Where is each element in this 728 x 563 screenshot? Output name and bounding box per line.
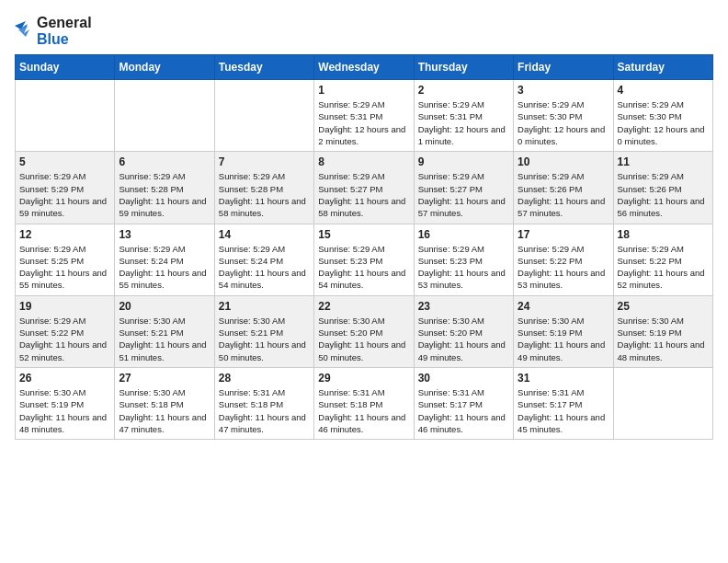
day-info: Sunrise: 5:29 AMSunset: 5:26 PMDaylight:… — [618, 170, 709, 219]
calendar-cell: 23 Sunrise: 5:30 AMSunset: 5:20 PMDaylig… — [414, 295, 513, 367]
weekday-header: Friday — [514, 55, 613, 80]
day-info: Sunrise: 5:29 AMSunset: 5:26 PMDaylight:… — [518, 170, 609, 219]
calendar-cell: 16 Sunrise: 5:29 AMSunset: 5:23 PMDaylig… — [414, 224, 513, 295]
day-number: 12 — [19, 228, 110, 241]
calendar-week-row: 19 Sunrise: 5:29 AMSunset: 5:22 PMDaylig… — [16, 295, 713, 367]
calendar-cell: 19 Sunrise: 5:29 AMSunset: 5:22 PMDaylig… — [16, 295, 115, 367]
calendar-cell: 14 Sunrise: 5:29 AMSunset: 5:24 PMDaylig… — [214, 224, 313, 295]
calendar-week-row: 1 Sunrise: 5:29 AMSunset: 5:31 PMDayligh… — [16, 80, 713, 152]
logo-container: General Blue — [15, 15, 92, 47]
day-info: Sunrise: 5:29 AMSunset: 5:31 PMDaylight:… — [318, 98, 409, 147]
calendar-cell: 25 Sunrise: 5:30 AMSunset: 5:19 PMDaylig… — [613, 295, 712, 367]
logo-graphic — [15, 17, 33, 46]
calendar-cell: 10 Sunrise: 5:29 AMSunset: 5:26 PMDaylig… — [514, 152, 613, 224]
weekday-header: Monday — [115, 55, 214, 80]
calendar-cell — [613, 367, 712, 439]
day-info: Sunrise: 5:29 AMSunset: 5:31 PMDaylight:… — [418, 98, 509, 147]
calendar-cell: 29 Sunrise: 5:31 AMSunset: 5:18 PMDaylig… — [314, 367, 414, 439]
calendar-cell — [115, 80, 214, 152]
day-number: 17 — [518, 228, 609, 241]
weekday-header: Thursday — [414, 55, 513, 80]
day-info: Sunrise: 5:30 AMSunset: 5:19 PMDaylight:… — [618, 315, 709, 363]
day-number: 1 — [318, 84, 409, 97]
logo-blue: Blue — [37, 31, 92, 48]
day-number: 21 — [219, 300, 310, 313]
calendar-cell: 1 Sunrise: 5:29 AMSunset: 5:31 PMDayligh… — [314, 80, 414, 152]
calendar-cell: 21 Sunrise: 5:30 AMSunset: 5:21 PMDaylig… — [214, 295, 313, 367]
day-number: 8 — [318, 155, 409, 168]
day-info: Sunrise: 5:29 AMSunset: 5:23 PMDaylight:… — [418, 243, 509, 292]
page-header: General Blue — [15, 15, 713, 47]
calendar-cell: 26 Sunrise: 5:30 AMSunset: 5:19 PMDaylig… — [16, 367, 115, 439]
day-info: Sunrise: 5:29 AMSunset: 5:27 PMDaylight:… — [318, 170, 409, 219]
calendar-cell: 30 Sunrise: 5:31 AMSunset: 5:17 PMDaylig… — [414, 367, 513, 439]
day-number: 19 — [19, 300, 110, 313]
day-number: 7 — [219, 155, 310, 168]
day-info: Sunrise: 5:30 AMSunset: 5:20 PMDaylight:… — [318, 315, 409, 363]
calendar-cell: 15 Sunrise: 5:29 AMSunset: 5:23 PMDaylig… — [314, 224, 414, 295]
weekday-header: Tuesday — [214, 55, 313, 80]
calendar-week-row: 26 Sunrise: 5:30 AMSunset: 5:19 PMDaylig… — [16, 367, 713, 439]
day-number: 29 — [318, 372, 409, 385]
day-number: 2 — [418, 84, 509, 97]
day-number: 23 — [418, 300, 509, 313]
calendar-cell: 2 Sunrise: 5:29 AMSunset: 5:31 PMDayligh… — [414, 80, 513, 152]
logo-bird-icon — [15, 17, 33, 42]
day-number: 25 — [618, 300, 709, 313]
weekday-header: Wednesday — [314, 55, 414, 80]
calendar-cell: 18 Sunrise: 5:29 AMSunset: 5:22 PMDaylig… — [613, 224, 712, 295]
day-number: 10 — [518, 155, 609, 168]
day-info: Sunrise: 5:31 AMSunset: 5:17 PMDaylight:… — [518, 386, 609, 435]
day-number: 13 — [119, 228, 210, 241]
calendar-cell: 27 Sunrise: 5:30 AMSunset: 5:18 PMDaylig… — [115, 367, 214, 439]
calendar-cell: 22 Sunrise: 5:30 AMSunset: 5:20 PMDaylig… — [314, 295, 414, 367]
day-info: Sunrise: 5:29 AMSunset: 5:30 PMDaylight:… — [518, 98, 609, 147]
weekday-header: Saturday — [613, 55, 712, 80]
day-number: 11 — [618, 155, 709, 168]
calendar-cell: 28 Sunrise: 5:31 AMSunset: 5:18 PMDaylig… — [214, 367, 313, 439]
calendar-table: SundayMondayTuesdayWednesdayThursdayFrid… — [15, 54, 713, 440]
day-info: Sunrise: 5:29 AMSunset: 5:27 PMDaylight:… — [418, 170, 509, 219]
calendar-cell: 4 Sunrise: 5:29 AMSunset: 5:30 PMDayligh… — [613, 80, 712, 152]
day-number: 16 — [418, 228, 509, 241]
day-info: Sunrise: 5:30 AMSunset: 5:19 PMDaylight:… — [19, 386, 110, 435]
day-info: Sunrise: 5:30 AMSunset: 5:20 PMDaylight:… — [418, 315, 509, 363]
day-info: Sunrise: 5:30 AMSunset: 5:21 PMDaylight:… — [219, 315, 310, 363]
day-number: 3 — [518, 84, 609, 97]
day-info: Sunrise: 5:30 AMSunset: 5:19 PMDaylight:… — [518, 315, 609, 363]
day-number: 15 — [318, 228, 409, 241]
day-info: Sunrise: 5:29 AMSunset: 5:22 PMDaylight:… — [518, 243, 609, 292]
day-info: Sunrise: 5:29 AMSunset: 5:22 PMDaylight:… — [618, 243, 709, 292]
calendar-cell: 20 Sunrise: 5:30 AMSunset: 5:21 PMDaylig… — [115, 295, 214, 367]
day-number: 30 — [418, 372, 509, 385]
day-number: 26 — [19, 372, 110, 385]
day-info: Sunrise: 5:30 AMSunset: 5:18 PMDaylight:… — [119, 386, 210, 435]
day-number: 31 — [518, 372, 609, 385]
calendar-cell: 12 Sunrise: 5:29 AMSunset: 5:25 PMDaylig… — [16, 224, 115, 295]
calendar-cell: 31 Sunrise: 5:31 AMSunset: 5:17 PMDaylig… — [514, 367, 613, 439]
calendar-cell: 17 Sunrise: 5:29 AMSunset: 5:22 PMDaylig… — [514, 224, 613, 295]
calendar-cell: 8 Sunrise: 5:29 AMSunset: 5:27 PMDayligh… — [314, 152, 414, 224]
day-number: 20 — [119, 300, 210, 313]
calendar-cell: 11 Sunrise: 5:29 AMSunset: 5:26 PMDaylig… — [613, 152, 712, 224]
day-info: Sunrise: 5:29 AMSunset: 5:24 PMDaylight:… — [219, 243, 310, 292]
calendar-cell: 3 Sunrise: 5:29 AMSunset: 5:30 PMDayligh… — [514, 80, 613, 152]
day-info: Sunrise: 5:31 AMSunset: 5:17 PMDaylight:… — [418, 386, 509, 435]
day-info: Sunrise: 5:29 AMSunset: 5:24 PMDaylight:… — [119, 243, 210, 292]
calendar-header-row: SundayMondayTuesdayWednesdayThursdayFrid… — [16, 55, 713, 80]
day-number: 14 — [219, 228, 310, 241]
day-number: 24 — [518, 300, 609, 313]
day-info: Sunrise: 5:29 AMSunset: 5:30 PMDaylight:… — [618, 98, 709, 147]
logo: General Blue — [15, 15, 92, 47]
day-number: 18 — [618, 228, 709, 241]
day-number: 9 — [418, 155, 509, 168]
calendar-week-row: 5 Sunrise: 5:29 AMSunset: 5:29 PMDayligh… — [16, 152, 713, 224]
day-number: 5 — [19, 155, 110, 168]
calendar-cell: 9 Sunrise: 5:29 AMSunset: 5:27 PMDayligh… — [414, 152, 513, 224]
calendar-cell: 24 Sunrise: 5:30 AMSunset: 5:19 PMDaylig… — [514, 295, 613, 367]
calendar-cell: 6 Sunrise: 5:29 AMSunset: 5:28 PMDayligh… — [115, 152, 214, 224]
day-number: 4 — [618, 84, 709, 97]
day-info: Sunrise: 5:31 AMSunset: 5:18 PMDaylight:… — [219, 386, 310, 435]
logo-general: General — [37, 15, 92, 31]
day-info: Sunrise: 5:29 AMSunset: 5:23 PMDaylight:… — [318, 243, 409, 292]
